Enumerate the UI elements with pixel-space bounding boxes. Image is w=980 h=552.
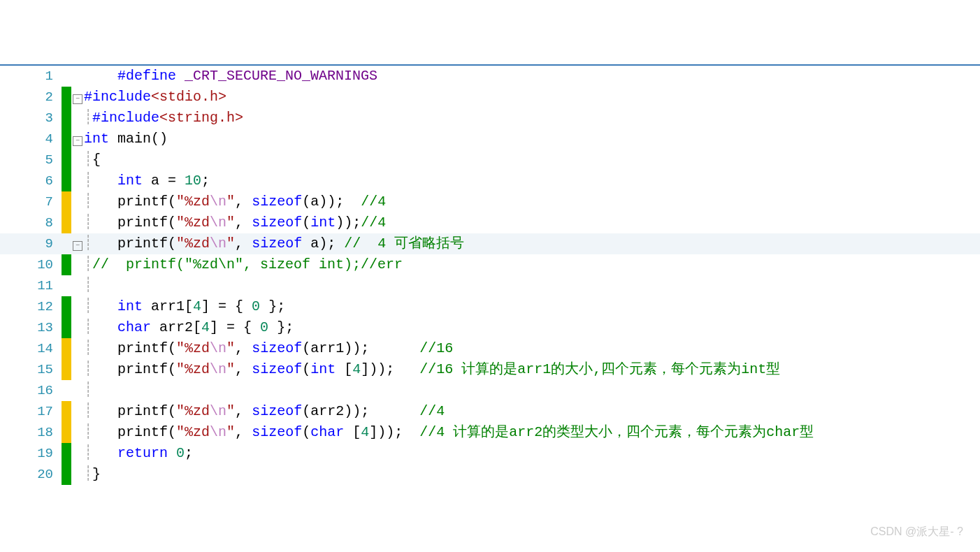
watermark: CSDN @派大星- ? xyxy=(870,525,963,539)
code-line[interactable]: 16┊ xyxy=(0,380,980,401)
code-line[interactable]: 5┊{ xyxy=(0,150,980,170)
change-margin xyxy=(62,275,71,296)
line-number: 10 xyxy=(0,254,62,275)
code-content: ┊ printf("%zd\n", sizeof a); // 4 可省略括号 xyxy=(84,233,464,254)
line-number: 3 xyxy=(0,108,62,129)
change-margin xyxy=(62,359,71,380)
change-margin xyxy=(62,380,71,401)
change-margin xyxy=(62,191,71,212)
line-number: 7 xyxy=(0,191,62,212)
line-number: 5 xyxy=(0,150,62,170)
code-content: ┊ int arr1[4] = { 0 }; xyxy=(84,296,285,317)
code-content: ┊{ xyxy=(84,150,101,170)
code-content: ┊} xyxy=(84,464,101,485)
code-content: ┊ xyxy=(84,380,92,401)
line-number: 1 xyxy=(0,66,62,87)
code-editor: 1 #define _CRT_SECURE_NO_WARNINGS2−#incl… xyxy=(0,64,980,485)
code-line[interactable]: 6┊ int a = 10; xyxy=(0,170,980,191)
code-line[interactable]: 7┊ printf("%zd\n", sizeof(a)); //4 xyxy=(0,191,980,212)
code-line[interactable]: 14┊ printf("%zd\n", sizeof(arr1)); //16 xyxy=(0,338,980,359)
line-number: 2 xyxy=(0,87,62,108)
line-number: 12 xyxy=(0,296,62,317)
change-margin xyxy=(62,422,71,443)
line-number: 14 xyxy=(0,338,62,359)
line-number: 8 xyxy=(0,212,62,233)
code-content: int main() xyxy=(84,129,168,150)
line-number: 20 xyxy=(0,464,62,485)
code-line[interactable]: 11┊ xyxy=(0,275,980,296)
fold-icon[interactable]: − xyxy=(73,136,82,146)
code-content: ┊ int a = 10; xyxy=(84,170,210,191)
change-margin xyxy=(62,254,71,275)
code-line[interactable]: 9−┊ printf("%zd\n", sizeof a); // 4 可省略括… xyxy=(0,233,980,254)
change-margin xyxy=(62,150,71,170)
code-content: #define _CRT_SECURE_NO_WARNINGS xyxy=(84,66,377,87)
line-number: 16 xyxy=(0,380,62,401)
change-margin xyxy=(62,108,71,129)
code-line[interactable]: 4−int main() xyxy=(0,129,980,150)
change-margin xyxy=(62,212,71,233)
code-line[interactable]: 13┊ char arr2[4] = { 0 }; xyxy=(0,317,980,338)
code-line[interactable]: 18┊ printf("%zd\n", sizeof(char [4])); /… xyxy=(0,422,980,443)
code-line[interactable]: 20┊} xyxy=(0,464,980,485)
line-number: 19 xyxy=(0,443,62,464)
code-content: #include<stdio.h> xyxy=(84,87,226,108)
change-margin xyxy=(62,401,71,422)
code-content: ┊// printf("%zd\n", sizeof int);//err xyxy=(84,254,403,275)
code-line[interactable]: 19┊ return 0; xyxy=(0,443,980,464)
code-line[interactable]: 2−#include<stdio.h> xyxy=(0,87,980,108)
change-margin xyxy=(62,170,71,191)
line-number: 11 xyxy=(0,275,62,296)
code-line[interactable]: 17┊ printf("%zd\n", sizeof(arr2)); //4 xyxy=(0,401,980,422)
change-margin xyxy=(62,233,71,254)
code-content: ┊ xyxy=(84,275,92,296)
line-number: 4 xyxy=(0,129,62,150)
change-margin xyxy=(62,443,71,464)
code-line[interactable]: 15┊ printf("%zd\n", sizeof(int [4])); //… xyxy=(0,359,980,380)
line-number: 15 xyxy=(0,359,62,380)
change-margin xyxy=(62,87,71,108)
fold-icon[interactable]: − xyxy=(73,241,82,251)
line-number: 9 xyxy=(0,233,62,254)
change-margin xyxy=(62,317,71,338)
change-margin xyxy=(62,296,71,317)
code-line[interactable]: 8┊ printf("%zd\n", sizeof(int));//4 xyxy=(0,212,980,233)
change-margin xyxy=(62,464,71,485)
code-line[interactable]: 3┊#include<string.h> xyxy=(0,108,980,129)
change-margin xyxy=(62,338,71,359)
code-content: ┊ char arr2[4] = { 0 }; xyxy=(84,317,294,338)
code-content: ┊ printf("%zd\n", sizeof(arr1)); //16 xyxy=(84,338,453,359)
code-content: ┊ printf("%zd\n", sizeof(arr2)); //4 xyxy=(84,401,445,422)
code-line[interactable]: 12┊ int arr1[4] = { 0 }; xyxy=(0,296,980,317)
code-content: ┊ printf("%zd\n", sizeof(char [4])); //4… xyxy=(84,422,814,443)
fold-icon[interactable]: − xyxy=(73,94,82,104)
code-content: ┊ printf("%zd\n", sizeof(a)); //4 xyxy=(84,191,386,212)
code-content: ┊ return 0; xyxy=(84,443,193,464)
change-margin xyxy=(62,129,71,150)
change-margin xyxy=(62,66,71,87)
code-line[interactable]: 1 #define _CRT_SECURE_NO_WARNINGS xyxy=(0,66,980,87)
line-number: 13 xyxy=(0,317,62,338)
code-content: ┊ printf("%zd\n", sizeof(int [4])); //16… xyxy=(84,359,780,380)
code-content: ┊#include<string.h> xyxy=(84,108,243,129)
code-line[interactable]: 10┊// printf("%zd\n", sizeof int);//err xyxy=(0,254,980,275)
code-content: ┊ printf("%zd\n", sizeof(int));//4 xyxy=(84,212,386,233)
line-number: 18 xyxy=(0,422,62,443)
line-number: 17 xyxy=(0,401,62,422)
line-number: 6 xyxy=(0,170,62,191)
